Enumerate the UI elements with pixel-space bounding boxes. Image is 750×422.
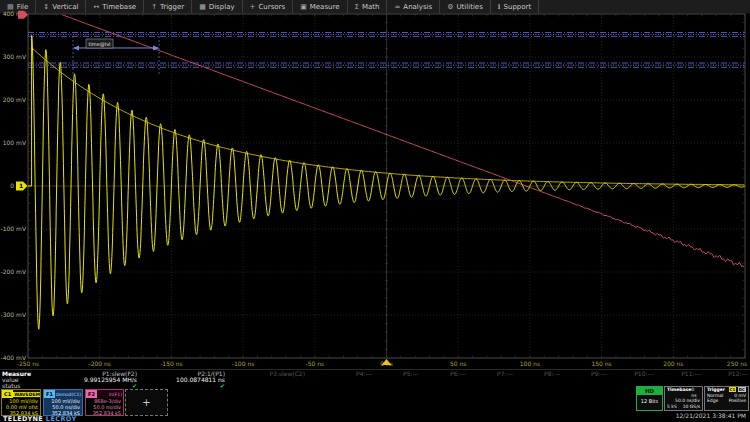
- y-axis-label: 300 mV: [3, 53, 27, 60]
- descriptor-f2[interactable]: F2 ln(F1) 868e-3/div 50.0 ns/div 352.834…: [85, 389, 124, 416]
- trigger-slope: Positive: [729, 398, 746, 404]
- f1-badge: F1: [44, 390, 55, 398]
- measure-p2[interactable]: P2:1/(P1)100.0874811 ns✔: [133, 371, 225, 389]
- timestamp: 12/21/2021 3:38:41 PM: [676, 412, 746, 419]
- trigger-coupling-badge: DC: [738, 387, 746, 392]
- x-axis-label: 200 ns: [663, 360, 683, 367]
- descriptor-c1[interactable]: C1 WAVEDEMO 100 mV/div 0.00 mV ofst 352.…: [1, 389, 41, 416]
- y-axis-label: -100 mV: [1, 225, 27, 232]
- c1-probe-badge: WAVEDEMO: [13, 392, 40, 397]
- timebase-title: Timebase: [667, 387, 691, 398]
- x-axis-label: -150 ns: [160, 360, 182, 367]
- trigger-source-badge: C1: [729, 387, 737, 392]
- timebase-rate: 10 GS/s: [683, 404, 700, 410]
- c1-badge: C1: [2, 390, 13, 398]
- x-axis-label: -200 ns: [88, 360, 110, 367]
- x-axis-label: -50 ns: [305, 360, 324, 367]
- brand-logo: TELEDYNE LECROY: [3, 415, 77, 422]
- f2-function: ln(F1): [109, 392, 123, 397]
- descriptor-f1[interactable]: F1 demod(C1) 100 mV/div 50.0 ns/div 352.…: [43, 389, 83, 416]
- x-axis-label: -250 ns: [17, 360, 39, 367]
- plus-icon: +: [142, 397, 150, 408]
- brand-teledyne: TELEDYNE: [3, 415, 43, 422]
- hd-mode-box[interactable]: HD 12 Bits: [636, 386, 663, 411]
- x-axis-label: -100 ns: [232, 360, 254, 367]
- f2-badge: F2: [86, 390, 97, 398]
- hd-bits: 12 Bits: [637, 395, 662, 405]
- waveform-display: 400 mV300 mV200 mV100 mV0 mV-100 mV-200 …: [0, 0, 750, 370]
- measure-row-labels: Measure value status: [2, 371, 31, 389]
- measure-p1[interactable]: P1:slew(F2)9.99125954 MH/s✔: [45, 371, 137, 389]
- y-axis-label: 200 mV: [3, 96, 27, 103]
- x-axis-label: 150 ns: [591, 360, 611, 367]
- y-axis-label: -300 mV: [1, 311, 27, 318]
- add-trace-button[interactable]: +: [125, 389, 168, 416]
- brand-lecroy: LECROY: [46, 415, 77, 422]
- y-axis-label: -200 mV: [1, 268, 27, 275]
- timebase-delay: 0 ns: [691, 387, 700, 398]
- annotation-label: time@lvl: [88, 41, 110, 47]
- timebase-samples: 5 kS: [667, 404, 677, 410]
- trigger-box[interactable]: Trigger C1 DC Normal 0 mV Edge Positive: [704, 386, 749, 411]
- oscilloscope-screen: ▤File↕Vertical↔Timebase↑Trigger▦Display+…: [0, 0, 750, 422]
- x-axis-label: 50 ns: [450, 360, 466, 367]
- timebase-box[interactable]: Timebase 0 ns 50.0 ns/div 5 kS 10 GS/s: [664, 386, 703, 411]
- x-axis-label: 250 ns: [727, 360, 747, 367]
- f2-level-marker[interactable]: [18, 11, 28, 19]
- f2-samples: 352.834 kS: [86, 410, 123, 416]
- x-axis-label: 100 ns: [520, 360, 540, 367]
- x-axis-labels: -250 ns-200 ns-150 ns-100 ns-50 ns0 ns50…: [17, 360, 747, 367]
- c1-marker-label: 1: [19, 182, 23, 189]
- hd-label: HD: [637, 387, 662, 395]
- y-axis-label: 100 mV: [3, 139, 27, 146]
- trigger-type: Edge: [707, 398, 718, 404]
- f1-function: demod(C1): [56, 392, 82, 397]
